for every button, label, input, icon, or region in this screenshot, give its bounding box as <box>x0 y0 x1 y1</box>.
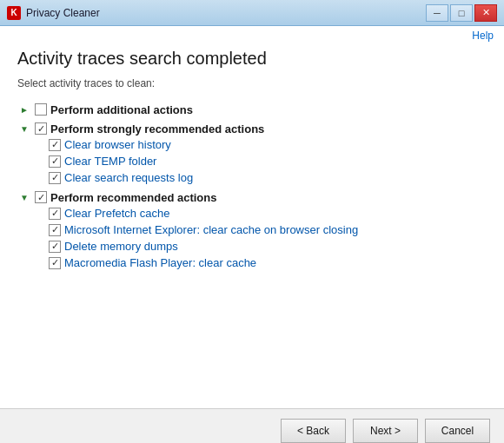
checkbox-recommended[interactable] <box>35 191 47 203</box>
kaspersky-icon: K <box>7 6 21 20</box>
child-row-temp-folder[interactable]: Clear TEMP folder <box>49 153 481 169</box>
arrow-strongly-recommended[interactable]: ▼ <box>17 122 31 136</box>
checkbox-strongly-recommended[interactable] <box>35 122 47 135</box>
label-ie-cache: Microsoft Internet Explorer: clear cache… <box>64 223 358 236</box>
window-controls: ─ □ ✕ <box>426 4 497 22</box>
next-button[interactable]: Next > <box>353 419 418 443</box>
label-recommended: Perform recommended actions <box>50 191 216 204</box>
title-bar-left: K Privacy Cleaner <box>7 6 100 20</box>
restore-button[interactable]: □ <box>450 4 473 22</box>
tree-item-strongly-recommended: ▼ Perform strongly recommended actions C… <box>17 121 481 186</box>
tree-row-additional[interactable]: ► Perform additional actions <box>17 102 481 117</box>
tree-row-recommended[interactable]: ▼ Perform recommended actions <box>17 189 481 205</box>
content-body: Activity traces search completed Select … <box>0 42 504 408</box>
child-row-memory-dumps[interactable]: Delete memory dumps <box>49 238 481 255</box>
label-additional: Perform additional actions <box>50 103 193 116</box>
arrow-recommended[interactable]: ▼ <box>17 190 31 204</box>
minimize-button[interactable]: ─ <box>426 4 448 22</box>
checkbox-browser-history[interactable] <box>49 139 61 151</box>
checkbox-search-log[interactable] <box>49 172 61 184</box>
main-content: Help Activity traces search completed Se… <box>0 26 504 408</box>
checkbox-temp-folder[interactable] <box>49 155 61 168</box>
tree-row-strongly-recommended[interactable]: ▼ Perform strongly recommended actions <box>17 121 481 136</box>
help-link[interactable]: Help <box>472 30 494 42</box>
children-recommended: Clear Prefetch cache Microsoft Internet … <box>17 205 481 271</box>
help-area: Help <box>0 26 504 42</box>
arrow-additional[interactable]: ► <box>17 102 31 116</box>
tree-item-recommended: ▼ Perform recommended actions Clear Pref… <box>17 189 481 271</box>
checkbox-memory-dumps[interactable] <box>49 241 61 253</box>
label-temp-folder: Clear TEMP folder <box>64 155 156 168</box>
label-browser-history: Clear browser history <box>64 138 171 151</box>
checkbox-flash-cache[interactable] <box>49 257 61 269</box>
child-row-browser-history[interactable]: Clear browser history <box>49 136 481 153</box>
child-row-prefetch[interactable]: Clear Prefetch cache <box>49 205 481 222</box>
label-flash-cache: Macromedia Flash Player: clear cache <box>64 256 256 269</box>
page-heading: Activity traces search completed <box>17 49 487 69</box>
children-strongly-recommended: Clear browser history Clear TEMP folder … <box>17 136 481 186</box>
tree-item-additional: ► Perform additional actions <box>17 102 481 117</box>
close-button[interactable]: ✕ <box>474 4 497 22</box>
child-row-search-log[interactable]: Clear search requests log <box>49 169 481 186</box>
label-memory-dumps: Delete memory dumps <box>64 240 178 253</box>
label-prefetch: Clear Prefetch cache <box>64 207 169 220</box>
child-row-ie-cache[interactable]: Microsoft Internet Explorer: clear cache… <box>49 222 481 238</box>
title-bar: K Privacy Cleaner ─ □ ✕ <box>0 0 504 26</box>
checkbox-additional[interactable] <box>35 103 47 116</box>
cancel-button[interactable]: Cancel <box>425 419 490 443</box>
child-row-flash-cache[interactable]: Macromedia Flash Player: clear cache <box>49 255 481 271</box>
footer: < Back Next > Cancel <box>0 408 504 443</box>
label-strongly-recommended: Perform strongly recommended actions <box>50 122 264 136</box>
subtitle-text: Select activity traces to clean: <box>17 77 487 89</box>
checkbox-prefetch[interactable] <box>49 208 61 220</box>
items-list[interactable]: ► Perform additional actions ▼ Perform s… <box>17 102 487 371</box>
back-button[interactable]: < Back <box>281 419 346 443</box>
checkbox-ie-cache[interactable] <box>49 224 61 236</box>
label-search-log: Clear search requests log <box>64 171 193 184</box>
window-title: Privacy Cleaner <box>26 7 100 19</box>
